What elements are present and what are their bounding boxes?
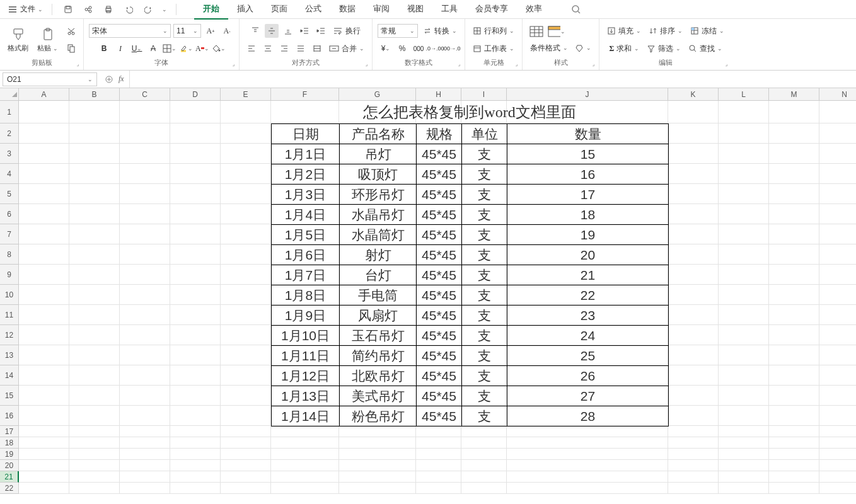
increase-font-icon[interactable]: A+ — [204, 24, 217, 38]
table-cell[interactable]: 射灯 — [340, 245, 417, 265]
cell[interactable] — [769, 325, 819, 345]
cell[interactable] — [719, 164, 769, 184]
cell[interactable] — [668, 123, 719, 144]
cell[interactable] — [69, 244, 120, 265]
cell[interactable] — [221, 426, 271, 437]
table-cell[interactable]: 1月13日 — [272, 386, 340, 406]
table-cell[interactable]: 1月14日 — [272, 406, 340, 427]
cell[interactable] — [120, 345, 170, 365]
cell[interactable] — [221, 449, 271, 460]
cell[interactable] — [719, 305, 769, 325]
cell[interactable] — [769, 204, 819, 224]
cell[interactable] — [819, 483, 856, 494]
table-cell[interactable]: 45*45 — [417, 386, 462, 406]
cell[interactable] — [170, 265, 221, 285]
cell[interactable] — [69, 471, 120, 483]
worksheet-button[interactable]: 工作表⌄ — [470, 42, 517, 55]
cell[interactable] — [69, 265, 120, 285]
cell[interactable] — [719, 460, 769, 471]
search-button[interactable] — [566, 2, 586, 17]
table-cell[interactable]: 吸顶灯 — [340, 164, 417, 185]
table-cell[interactable]: 45*45 — [417, 245, 462, 265]
cells-area[interactable]: 怎么把表格复制到word文档里面日期产品名称规格单位数量1月1日吊灯45*45支… — [19, 101, 856, 494]
cell[interactable] — [170, 224, 221, 244]
cell[interactable] — [819, 244, 856, 265]
cell[interactable] — [719, 365, 769, 386]
cell-style-icon[interactable]: ⌄ — [548, 25, 565, 38]
cell[interactable] — [19, 101, 69, 123]
row-header[interactable]: 7 — [0, 224, 19, 244]
column-header[interactable]: F — [271, 88, 339, 101]
cell[interactable] — [120, 224, 170, 244]
tab-审阅[interactable]: 审阅 — [364, 0, 398, 20]
cell[interactable] — [221, 325, 271, 345]
cell[interactable] — [69, 164, 120, 184]
cell[interactable] — [668, 426, 719, 437]
cell[interactable] — [719, 437, 769, 449]
italic-button[interactable]: I — [113, 42, 127, 55]
row-header[interactable]: 10 — [0, 285, 19, 305]
cell[interactable] — [221, 305, 271, 325]
table-cell[interactable]: 45*45 — [417, 366, 462, 386]
table-cell[interactable]: 玉石吊灯 — [340, 326, 417, 346]
cell[interactable] — [819, 365, 856, 386]
cell[interactable] — [507, 471, 668, 483]
cell[interactable] — [668, 386, 719, 406]
table-cell[interactable]: 28 — [507, 406, 669, 427]
align-center-icon[interactable] — [261, 42, 275, 55]
save-icon[interactable] — [61, 3, 75, 16]
cell[interactable] — [170, 406, 221, 426]
cell[interactable] — [19, 164, 69, 184]
row-header[interactable]: 5 — [0, 184, 19, 204]
column-header[interactable]: J — [507, 88, 668, 101]
cell[interactable] — [819, 471, 856, 483]
table-header-cell[interactable]: 日期 — [272, 124, 340, 144]
cell[interactable] — [69, 483, 120, 494]
cell[interactable] — [668, 460, 719, 471]
cell[interactable] — [668, 101, 719, 123]
table-cell[interactable]: 支 — [462, 245, 507, 265]
table-header-cell[interactable]: 产品名称 — [340, 124, 417, 144]
table-cell[interactable]: 45*45 — [417, 406, 462, 427]
cell[interactable] — [668, 449, 719, 460]
cell[interactable] — [819, 305, 856, 325]
cell[interactable] — [271, 471, 339, 483]
cell[interactable] — [769, 483, 819, 494]
cell[interactable] — [668, 483, 719, 494]
table-cell[interactable]: 1月4日 — [272, 205, 340, 225]
align-top-icon[interactable] — [248, 24, 262, 38]
paste-button[interactable]: 粘贴 ⌄ — [35, 26, 61, 54]
cell[interactable] — [819, 144, 856, 164]
table-cell[interactable]: 45*45 — [417, 265, 462, 285]
table-cell[interactable]: 支 — [462, 386, 507, 406]
cell[interactable] — [339, 460, 416, 471]
table-cell[interactable]: 支 — [462, 225, 507, 245]
cell[interactable] — [221, 101, 271, 123]
cell[interactable] — [170, 285, 221, 305]
cell[interactable] — [120, 144, 170, 164]
row-header[interactable]: 18 — [0, 437, 19, 449]
cell[interactable] — [19, 123, 69, 144]
cell[interactable] — [19, 224, 69, 244]
cell[interactable] — [507, 449, 668, 460]
cell[interactable] — [170, 345, 221, 365]
table-cell[interactable]: 支 — [462, 285, 507, 306]
table-cell[interactable]: 支 — [462, 346, 507, 366]
table-cell[interactable]: 27 — [507, 386, 669, 406]
row-header[interactable]: 8 — [0, 244, 19, 265]
currency-icon[interactable]: ¥ ⌄ — [379, 42, 393, 55]
cell[interactable] — [769, 285, 819, 305]
find-button[interactable]: 查找⌄ — [686, 42, 725, 55]
convert-button[interactable]: 转换⌄ — [420, 24, 460, 38]
cell[interactable] — [719, 345, 769, 365]
increase-indent-icon[interactable] — [314, 24, 328, 38]
cell[interactable] — [69, 449, 120, 460]
column-header[interactable]: C — [120, 88, 170, 101]
cell[interactable] — [170, 471, 221, 483]
table-cell[interactable]: 1月6日 — [272, 245, 340, 265]
decrease-indent-icon[interactable] — [298, 24, 311, 38]
comma-icon[interactable]: 000 — [412, 42, 425, 55]
cell[interactable] — [507, 437, 668, 449]
cell[interactable] — [819, 345, 856, 365]
row-header[interactable]: 19 — [0, 449, 19, 460]
